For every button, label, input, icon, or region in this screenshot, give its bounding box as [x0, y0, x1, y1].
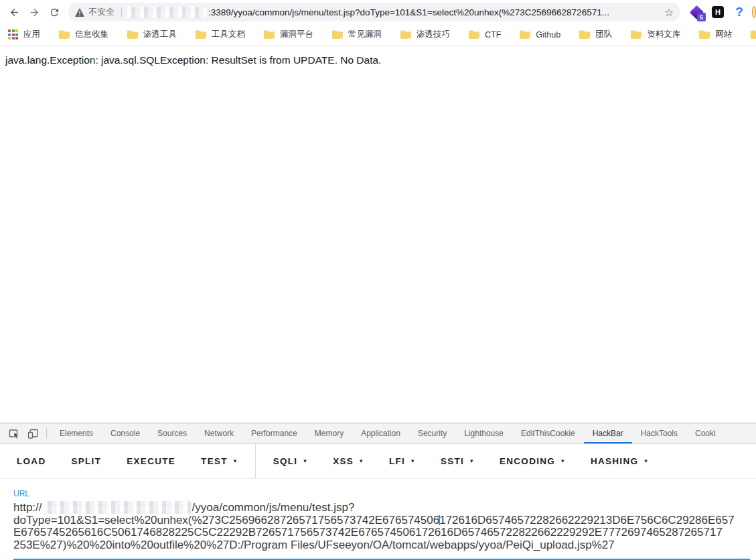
- bookmark-star-icon[interactable]: ☆: [664, 6, 674, 19]
- bookmark-label: 资料文库: [647, 29, 680, 40]
- devtools-tab-hacktools[interactable]: HackTools: [632, 423, 686, 443]
- device-toolbar-icon: [27, 428, 39, 439]
- devtools-toolbar-separator: [46, 428, 47, 439]
- devtools-tab-cookie[interactable]: Cooki: [686, 423, 725, 443]
- hackbar-test-menu[interactable]: TEST▾: [188, 449, 250, 474]
- hackbar-execute-button[interactable]: EXECUTE: [114, 449, 188, 474]
- chevron-down-icon: ▾: [470, 458, 474, 464]
- devtools-tab-editthiscookie[interactable]: EditThisCookie: [512, 423, 584, 443]
- chevron-down-icon: ▾: [644, 458, 648, 464]
- hackbar-hashing-menu[interactable]: HASHING▾: [578, 449, 661, 474]
- url-payload-text: doType=101&S1=select%20unhex(%273C256966…: [13, 514, 439, 527]
- button-label: SPLIT: [71, 456, 101, 466]
- browser-toolbar: 不安全 :3389/yyoa/common/js/menu/test.jsp?d…: [0, 0, 756, 24]
- extension-help-button[interactable]: ?: [729, 1, 750, 23]
- bookmark-label: 网站: [715, 29, 732, 40]
- devtools-tab-elements[interactable]: Elements: [51, 423, 102, 443]
- bookmark-label: 工具文档: [212, 29, 245, 40]
- folder-icon: [751, 30, 756, 39]
- devtools-tab-sources[interactable]: Sources: [149, 423, 196, 443]
- bookmark-folder[interactable]: 工具文档: [196, 29, 245, 40]
- hackbar-ssti-menu[interactable]: SSTI▾: [428, 449, 487, 474]
- hackbar-encoding-menu[interactable]: ENCODING▾: [487, 449, 578, 474]
- devtools-tab-hackbar[interactable]: HackBar: [584, 423, 632, 443]
- bookmark-label: 渗透工具: [143, 29, 177, 40]
- bookmark-folder[interactable]: CTF: [469, 30, 501, 40]
- folder-icon: [631, 30, 641, 39]
- folder-icon: [520, 30, 530, 39]
- bookmark-folder[interactable]: 团队: [579, 29, 612, 40]
- bookmark-folder[interactable]: 常见漏洞: [332, 29, 382, 40]
- extension-gem-button[interactable]: 5: [686, 1, 707, 23]
- apps-grid-icon: [8, 29, 18, 40]
- button-label: XSS: [333, 456, 354, 466]
- folder-icon: [699, 30, 710, 39]
- address-bar[interactable]: 不安全 :3389/yyoa/common/js/menu/test.jsp?d…: [68, 3, 680, 21]
- url-scheme: http://: [13, 501, 42, 514]
- folder-icon: [579, 30, 590, 39]
- devtools-tab-security[interactable]: Security: [409, 423, 455, 443]
- bookmark-label: 渗透技巧: [417, 29, 450, 40]
- hackbar-url-section: URL http:///yyoa/common/js/menu/test.jsp…: [0, 479, 756, 560]
- url-input[interactable]: http:///yyoa/common/js/menu/test.jsp? do…: [13, 501, 756, 551]
- clipped-extension-icon: [750, 0, 756, 24]
- bookmark-folder[interactable]: 信息收集: [59, 29, 108, 40]
- button-label: SSTI: [441, 456, 464, 466]
- chevron-down-icon: ▾: [303, 458, 307, 464]
- hackbar-xss-menu[interactable]: XSS▾: [320, 449, 376, 474]
- devtools-tab-network[interactable]: Network: [196, 423, 242, 443]
- devtools-tab-performance[interactable]: Performance: [242, 423, 306, 443]
- hackbar-load-button[interactable]: LOAD: [4, 449, 58, 474]
- device-toolbar-button[interactable]: [23, 423, 42, 443]
- button-label: ENCODING: [500, 456, 555, 466]
- devtools-tab-memory[interactable]: Memory: [306, 423, 352, 443]
- inspect-element-button[interactable]: [5, 423, 23, 443]
- security-label: 不安全: [88, 6, 115, 18]
- redacted-host: [127, 7, 206, 18]
- hackbar-toolbar: LOAD SPLIT EXECUTE TEST▾ SQLI▾ XSS▾ LFI▾…: [0, 444, 756, 479]
- browser-window: 不安全 :3389/yyoa/common/js/menu/test.jsp?d…: [0, 0, 756, 560]
- button-label: HASHING: [591, 456, 638, 466]
- inspect-cursor-icon: [9, 428, 20, 439]
- button-label: LOAD: [17, 456, 46, 466]
- folder-icon: [469, 30, 479, 39]
- hackbar-split-button[interactable]: SPLIT: [58, 449, 114, 474]
- bookmark-folder[interactable]: 漏洞平台: [264, 29, 313, 40]
- reload-button[interactable]: [44, 2, 64, 22]
- bookmark-apps[interactable]: 应用: [8, 29, 40, 40]
- bookmark-folder[interactable]: 编程: [751, 29, 756, 40]
- hackbar-extension-icon: H: [712, 6, 724, 18]
- hackbar-lfi-menu[interactable]: LFI▾: [376, 449, 428, 474]
- redacted-host: [44, 501, 191, 514]
- button-label: LFI: [389, 456, 405, 466]
- bookmark-folder[interactable]: Github: [520, 30, 560, 40]
- folder-icon: [127, 30, 138, 39]
- bookmark-folder[interactable]: 渗透技巧: [400, 29, 450, 40]
- chevron-down-icon: ▾: [234, 458, 238, 464]
- devtools-tab-application[interactable]: Application: [352, 423, 409, 443]
- folder-icon: [400, 30, 411, 39]
- extension-hackbar-button[interactable]: H: [707, 1, 729, 23]
- bookmarks-bar: 应用 信息收集 渗透工具 工具文档 漏洞平台 常见漏洞 渗透技巧 CTF Git…: [0, 24, 756, 46]
- bookmark-label: 团队: [595, 29, 612, 40]
- folder-icon: [332, 30, 343, 39]
- url-line: 253E%27)%20%20into%20outfile%20%27D:/Pro…: [13, 539, 753, 552]
- java-exception-text: java.lang.Exception: java.sql.SQLExcepti…: [5, 54, 756, 66]
- back-icon: [9, 7, 20, 18]
- devtools-tab-lighthouse[interactable]: Lighthouse: [455, 423, 512, 443]
- back-button[interactable]: [4, 2, 24, 22]
- not-secure-warning-icon: [75, 8, 84, 17]
- devtools-tab-bar: Elements Console Sources Network Perform…: [0, 423, 756, 444]
- url-line: http:///yyoa/common/js/menu/test.jsp?: [13, 501, 753, 514]
- bookmark-folder[interactable]: 网站: [699, 29, 732, 40]
- devtools-tab-console[interactable]: Console: [102, 423, 149, 443]
- extension-badge: 5: [697, 13, 706, 21]
- bookmark-folder[interactable]: 资料文库: [631, 29, 680, 40]
- url-path: /yyoa/common/js/menu/test.jsp?: [192, 501, 355, 514]
- hackbar-sqli-menu[interactable]: SQLI▾: [260, 449, 321, 474]
- url-line: E6765745265616C5061746828225C5C22292B726…: [13, 527, 753, 539]
- bookmark-folder[interactable]: 渗透工具: [127, 29, 177, 40]
- folder-icon: [264, 30, 275, 39]
- forward-button[interactable]: [24, 2, 44, 22]
- forward-icon: [29, 7, 40, 18]
